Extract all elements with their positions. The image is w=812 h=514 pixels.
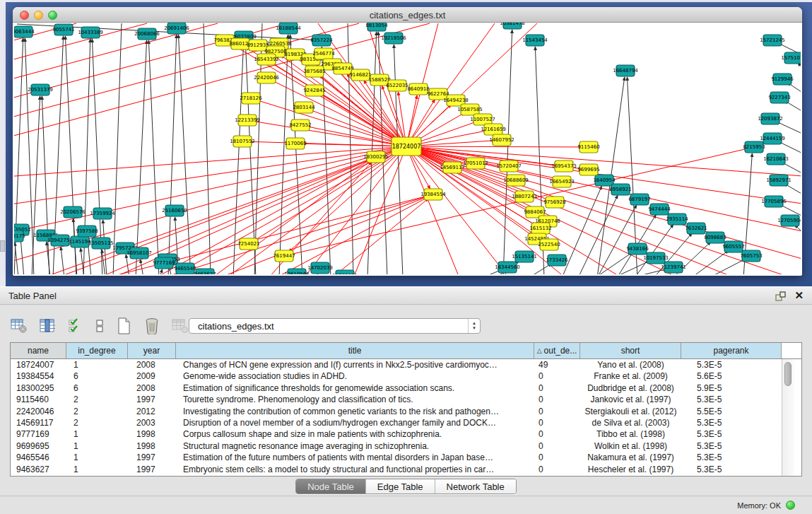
graph-node-label: 14569117	[440, 165, 465, 170]
tab-network-table[interactable]: Network Table	[435, 479, 516, 493]
delete-table-icon[interactable]	[143, 317, 161, 335]
desktop-top-strip	[0, 0, 812, 2]
graph-edge	[160, 269, 163, 274]
graph-node-label: 15721245	[760, 37, 785, 43]
graph-node-label: 9756928	[543, 199, 565, 205]
memory-ok-indicator-icon	[786, 501, 795, 510]
table-row[interactable]: 946554611997Estimation of the future num…	[11, 452, 801, 463]
tab-node-table[interactable]: Node Table	[296, 479, 366, 493]
graph-node-label: 14702039	[307, 265, 333, 271]
graph-edge	[597, 205, 637, 274]
graph-edge	[289, 146, 406, 252]
tab-edge-table[interactable]: Edge Table	[366, 479, 435, 493]
column-header-label: pagerank	[713, 346, 748, 356]
select-rows-icon[interactable]	[66, 317, 85, 335]
graph-node-label: 7619447	[273, 253, 295, 259]
table-cell: 9699695	[11, 440, 66, 452]
column-header-out_de[interactable]: △out_de...	[534, 343, 580, 358]
graph-node-label: 6522035	[386, 83, 408, 88]
table-cell: 5.5E-5	[681, 406, 782, 417]
column-header-in_degree[interactable]: in_degree	[66, 343, 128, 358]
graph-node-label: 8098683	[704, 235, 726, 240]
graph-node-label: 16958107	[126, 250, 152, 256]
row-height-icon[interactable]	[90, 317, 109, 335]
graph-node-label: 17359924	[90, 211, 115, 216]
table-row[interactable]: 1456911722003Disruption of a novel membe…	[11, 417, 801, 428]
graph-node-label: 8958921	[609, 187, 631, 192]
graph-node-label: 2935114	[666, 216, 688, 222]
table-cell: 5.6E-5	[681, 370, 782, 382]
table-cell: Dudbridge et al. (2008)	[580, 382, 681, 394]
column-header-short[interactable]: short	[580, 343, 681, 358]
table-vertical-scrollbar[interactable]	[782, 359, 794, 476]
table-row[interactable]: 2242004622012Investigating the contribut…	[11, 406, 801, 417]
table-row[interactable]: 1938455462009Genome-wide association stu…	[11, 370, 801, 382]
column-header-label: short	[621, 346, 640, 356]
table-cell: 1	[66, 452, 128, 463]
table-row[interactable]: 969969511998Structural magnetic resonanc…	[11, 440, 801, 452]
graph-node-label: 8640918	[407, 86, 429, 92]
close-panel-icon[interactable]: ✕	[794, 289, 804, 302]
table-cell: 9115460	[11, 394, 66, 405]
graph-edge	[15, 243, 18, 274]
table-row[interactable]: 1872400712008Changes of HCN gene express…	[11, 359, 801, 370]
graph-node-label: 17705896	[761, 199, 787, 204]
network-window-titlebar[interactable]: citations_edges.txt	[13, 7, 802, 23]
graph-node-label: 15751074	[781, 55, 801, 61]
column-header-pagerank[interactable]: pagerank	[681, 343, 782, 358]
graph-node-label: 2718126	[240, 95, 262, 101]
graph-node-label: 20691406	[164, 25, 189, 31]
table-cell: Nakamura et al. (1997)	[580, 452, 681, 463]
select-columns-icon[interactable]	[38, 317, 57, 335]
graph-edge	[32, 96, 40, 274]
panel-drag-handle[interactable]	[0, 240, 5, 252]
graph-node-label: 16954373	[551, 163, 577, 169]
table-panel: Table Panel ✕	[0, 286, 812, 514]
graph-node-label: 18807243	[512, 194, 537, 199]
node-table: namein_degreeyeartitle△out_de...shortpag…	[10, 342, 802, 477]
create-table-icon[interactable]	[114, 317, 133, 335]
table-cell: 49	[534, 359, 580, 370]
graph-node-label: 9397588	[76, 228, 98, 234]
graph-edge	[42, 159, 370, 274]
graph-node-label: 12093872	[758, 116, 783, 122]
table-selector-dropdown[interactable]: citations_edges.txt ▲▼	[189, 318, 481, 334]
graph-node-label: 16543392	[254, 57, 279, 62]
table-cell: Structural magnetic resonance image aver…	[176, 440, 534, 452]
table-cell: 2008	[128, 382, 176, 394]
table-settings-icon[interactable]	[10, 317, 28, 335]
graph-node-label: 1640954	[593, 177, 616, 183]
table-cell: 5.3E-5	[681, 417, 782, 428]
graph-node-label: 9115460	[577, 144, 599, 150]
graph-edge	[14, 146, 406, 205]
graph-node-label: 10587585	[457, 107, 483, 112]
graph-edge	[332, 199, 428, 274]
table-cell: 18724007	[11, 359, 66, 370]
graph-node-label: 10581478	[500, 23, 525, 26]
table-cell: 6	[66, 382, 128, 394]
table-cell: Tourette syndrome. Phenomenology and cla…	[176, 394, 534, 405]
table-selector-value: citations_edges.txt	[198, 321, 274, 332]
column-header-title[interactable]: title	[176, 343, 534, 358]
citation-graph[interactable]: 9063444905574110433389200680662069140616…	[14, 23, 801, 274]
graph-edge	[406, 146, 801, 233]
graph-node-label: 8427552	[289, 122, 311, 128]
table-row[interactable]: 1830029562008Estimation of significance …	[11, 382, 801, 394]
graph-node-label: 15720407	[496, 163, 522, 169]
graph-node-label: 1170069	[284, 141, 306, 146]
column-header-year[interactable]: year	[128, 343, 176, 358]
table-row[interactable]: 977716911998Corpus callosum shape and si…	[11, 428, 801, 440]
table-row[interactable]: 911546021997Tourette syndrome. Phenomeno…	[11, 394, 801, 405]
graph-node-label: 9055741	[52, 27, 74, 33]
network-canvas[interactable]: 9063444905574110433389200680662069140616…	[14, 23, 801, 274]
float-panel-icon[interactable]	[775, 291, 787, 302]
graph-node-label: 2803144	[293, 105, 315, 110]
column-header-name[interactable]: name	[11, 343, 66, 358]
import-table-icon	[171, 317, 189, 335]
graph-node-label: 10688609	[503, 177, 529, 183]
table-row[interactable]: 946362711997Embryonic stem cells: a mode…	[11, 464, 801, 475]
graph-node-label: 20206576	[60, 209, 86, 215]
graph-node-label: 16188544	[276, 25, 301, 31]
scrollbar-thumb[interactable]	[784, 362, 792, 386]
graph-node-label: 18724007	[392, 144, 421, 150]
